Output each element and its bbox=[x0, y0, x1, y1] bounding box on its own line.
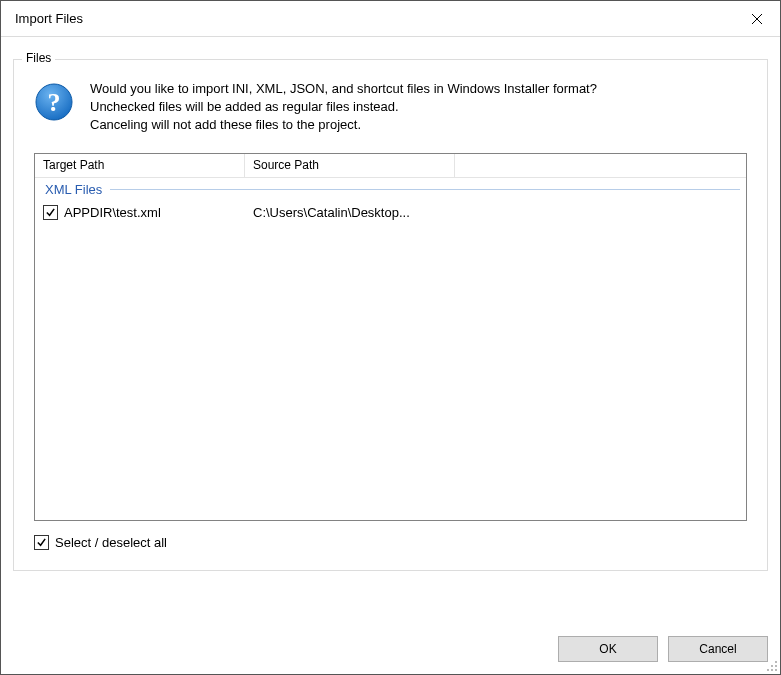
column-header-source[interactable]: Source Path bbox=[245, 154, 455, 178]
cancel-button[interactable]: Cancel bbox=[668, 636, 768, 662]
files-table: Target Path Source Path XML Files APPDIR… bbox=[34, 153, 747, 521]
content-area: Files ? Would you like to import INI, XM… bbox=[1, 37, 780, 583]
svg-point-2 bbox=[775, 661, 777, 663]
select-all-row: Select / deselect all bbox=[34, 535, 747, 550]
titlebar: Import Files bbox=[1, 1, 780, 37]
check-icon bbox=[45, 207, 56, 218]
info-text: Would you like to import INI, XML, JSON,… bbox=[90, 80, 597, 135]
info-line-1: Would you like to import INI, XML, JSON,… bbox=[90, 80, 597, 98]
svg-point-4 bbox=[775, 665, 777, 667]
svg-point-3 bbox=[771, 665, 773, 667]
resize-grip[interactable] bbox=[764, 658, 778, 672]
close-icon bbox=[751, 13, 763, 25]
svg-point-6 bbox=[771, 669, 773, 671]
cell-empty bbox=[455, 202, 746, 224]
info-line-3: Canceling will not add these files to th… bbox=[90, 116, 597, 134]
close-button[interactable] bbox=[734, 1, 780, 37]
info-row: ? Would you like to import INI, XML, JSO… bbox=[34, 80, 747, 135]
table-group-label: XML Files bbox=[35, 182, 110, 197]
table-row[interactable]: APPDIR\test.xml C:\Users\Catalin\Desktop… bbox=[35, 202, 746, 224]
question-icon: ? bbox=[34, 82, 74, 125]
info-line-2: Unchecked files will be added as regular… bbox=[90, 98, 597, 116]
check-icon bbox=[36, 537, 47, 548]
ok-button[interactable]: OK bbox=[558, 636, 658, 662]
cell-source: C:\Users\Catalin\Desktop... bbox=[245, 202, 455, 224]
row-checkbox[interactable] bbox=[43, 205, 58, 220]
files-groupbox: Files ? Would you like to import INI, XM… bbox=[13, 59, 768, 571]
svg-point-7 bbox=[775, 669, 777, 671]
window-title: Import Files bbox=[15, 11, 734, 26]
table-group-line bbox=[110, 189, 740, 190]
table-header: Target Path Source Path bbox=[35, 154, 746, 178]
column-header-empty[interactable] bbox=[455, 154, 746, 178]
dialog-buttons: OK Cancel bbox=[558, 636, 768, 662]
row-source-text: C:\Users\Catalin\Desktop... bbox=[253, 205, 410, 220]
groupbox-label: Files bbox=[22, 51, 55, 65]
svg-point-5 bbox=[767, 669, 769, 671]
select-all-checkbox[interactable] bbox=[34, 535, 49, 550]
column-header-target[interactable]: Target Path bbox=[35, 154, 245, 178]
table-group-row: XML Files bbox=[35, 178, 746, 202]
cell-target: APPDIR\test.xml bbox=[35, 202, 245, 224]
row-target-text: APPDIR\test.xml bbox=[64, 205, 161, 220]
svg-text:?: ? bbox=[48, 88, 61, 117]
select-all-label: Select / deselect all bbox=[55, 535, 167, 550]
